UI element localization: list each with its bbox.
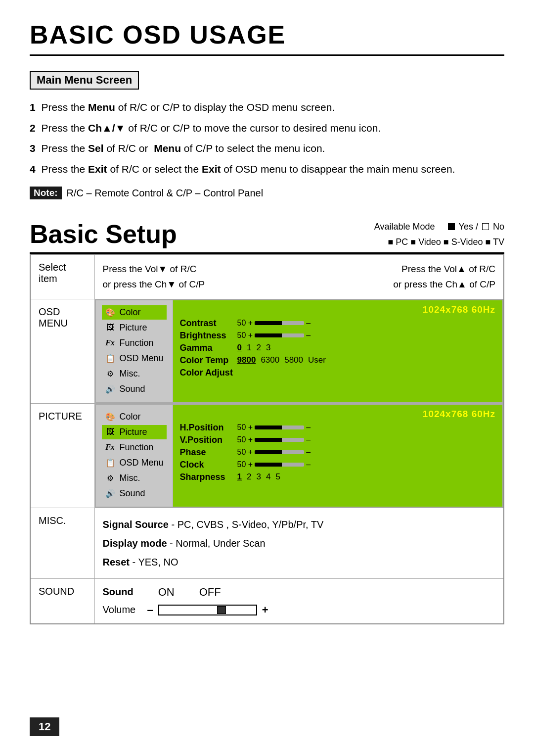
brightness-minus: – [306,331,311,340]
gamma-2: 2 [256,343,261,353]
phase-bar [255,450,304,454]
pic-function-icon: Fx [105,443,116,452]
volume-row: Volume – + [103,604,496,616]
misc-line2: Display mode - Normal, Under Scan [103,534,496,553]
osd-right-picture: 1024x768 60Hz H.Position 50 + – [173,405,502,507]
sharp-5: 5 [275,472,280,482]
osd-item-picture-label: Picture [120,323,147,333]
sound-row1: Sound ON OFF [103,586,496,599]
hposition-val: 50 + [237,423,253,432]
select-left-line1: Press the Vol▼ of R/C [103,262,205,277]
vposition-minus: – [306,435,311,444]
hposition-label: H.Position [180,423,234,433]
note-box: Note: R/C – Remote Control & C/P – Contr… [30,187,504,199]
phase-slider: 50 + – [237,448,311,457]
osd-item-picture: 🖼 Picture [102,321,167,335]
sound-label-cell: SOUND [30,578,94,624]
instruction-num-1: 1 [30,101,36,113]
volume-plus-sign: + [262,604,268,616]
display-mode-bold: Display mode [103,538,167,549]
osd-header-color: 1024x768 60Hz [180,304,495,315]
phase-val: 50 + [237,448,253,457]
osd-menu-container-picture: 🎨 Color 🖼 Picture Fx Function [96,405,503,507]
osd-left-picture: 🎨 Color 🖼 Picture Fx Function [96,405,173,507]
select-item-label: Select item [30,254,94,299]
sel-keyword: Sel [88,142,104,154]
osd-clock: Clock 50 + – [180,460,495,470]
clock-bar [255,463,304,467]
instruction-num-4: 4 [30,163,36,175]
brightness-label: Brightness [180,331,234,341]
note-label: Note: [30,187,62,199]
basic-setup-header: Basic Setup Available Mode Yes / No ■ PC… [30,219,504,249]
sharp-3: 3 [256,472,261,482]
no-label: No [493,219,504,235]
contrast-slider: 50 + – [237,319,311,328]
yes-checkbox [448,223,455,230]
instruction-num-2: 2 [30,122,36,134]
pic-osdmenu-icon: 📋 [105,458,116,468]
osd-menu-label: OSD MENU [30,299,94,403]
misc-content: Signal Source - PC, CVBS , S-Video, Y/Pb… [103,515,496,571]
gamma-label: Gamma [180,343,234,353]
select-right-line1: Press the Vol▲ of R/C [393,262,495,277]
osd-left-color: 🎨 Color 🖼 Picture Fx Function [96,300,173,402]
misc-label: MISC. [30,508,94,578]
gamma-0: 0 [237,343,242,353]
temp-user: User [308,355,326,365]
pic-item-function: Fx Function [102,440,167,455]
misc-line3: Reset - YES, NO [103,553,496,571]
osd-outer-color: 🎨 Color 🖼 Picture Fx Function [95,299,504,403]
osd-gamma: Gamma 0 1 2 3 [180,343,495,353]
osd-brightness: Brightness 50 + – [180,331,495,341]
select-left-line2: or press the Ch▼ of C/P [103,277,205,292]
signal-source-bold: Signal Source [103,519,169,530]
osd-menu-row: OSD MENU 🎨 Color 🖼 Picture [30,299,504,403]
pic-item-misc: ⚙ Misc. [102,471,167,485]
clock-label: Clock [180,460,234,470]
color-temp-label: Color Temp [180,355,234,366]
misc-icon: ⚙ [105,369,116,378]
brightness-bar [255,333,304,337]
pic-item-color-label: Color [120,412,141,422]
contrast-minus: – [306,319,311,328]
gamma-options: 0 1 2 3 [237,343,271,353]
sound-content: Sound ON OFF Volume – + [103,586,496,616]
osd-color-temp: Color Temp 9800 6300 5800 User [180,355,495,366]
osd-item-misc-label: Misc. [120,369,140,379]
volume-thumb [217,606,226,614]
sharpness-label: Sharpness [180,472,234,482]
pic-item-function-label: Function [120,442,154,453]
reset-rest: - YES, NO [133,557,178,567]
note-text: R/C – Remote Control & C/P – Control Pan… [67,188,264,199]
ch-keyword: Ch▲/▼ [88,122,125,134]
hposition-minus: – [306,423,311,432]
color-icon: 🎨 [105,308,116,317]
osd-contrast: Contrast 50 + – [180,318,495,329]
pic-sound-icon: 🔊 [105,489,116,498]
pic-item-osdmenu: 📋 OSD Menu [102,456,167,470]
phase-label: Phase [180,447,234,458]
picture-label: PICTURE [30,403,94,508]
instruction-3: 3 Press the Sel of R/C or Menu of C/P to… [30,141,504,156]
no-checkbox [482,223,489,230]
sound-icon: 🔊 [105,384,116,394]
page-title: BASIC OSD USAGE [30,20,504,49]
osd-hposition: H.Position 50 + – [180,423,495,433]
vposition-val: 50 + [237,435,253,444]
page-number: 12 [30,717,59,736]
vposition-label: V.Position [180,435,234,445]
instruction-list: 1 Press the Menu of R/C or C/P to displa… [30,99,504,177]
volume-minus-sign: – [147,604,153,616]
sound-content-cell: Sound ON OFF Volume – + [94,578,504,624]
pic-item-picture-label: Picture [120,427,147,437]
function-icon: Fx [105,338,116,347]
available-mode-row2: ■ PC ■ Video ■ S-Video ■ TV [374,235,504,250]
yes-label: Yes / [459,219,478,235]
clock-slider: 50 + – [237,460,311,469]
osd-item-osdmenu-label: OSD Menu [120,353,164,364]
osd-outer-picture: 🎨 Color 🖼 Picture Fx Function [95,404,504,508]
osdmenu-icon: 📋 [105,354,116,363]
osd-phase: Phase 50 + – [180,447,495,458]
volume-label: Volume [103,604,142,615]
